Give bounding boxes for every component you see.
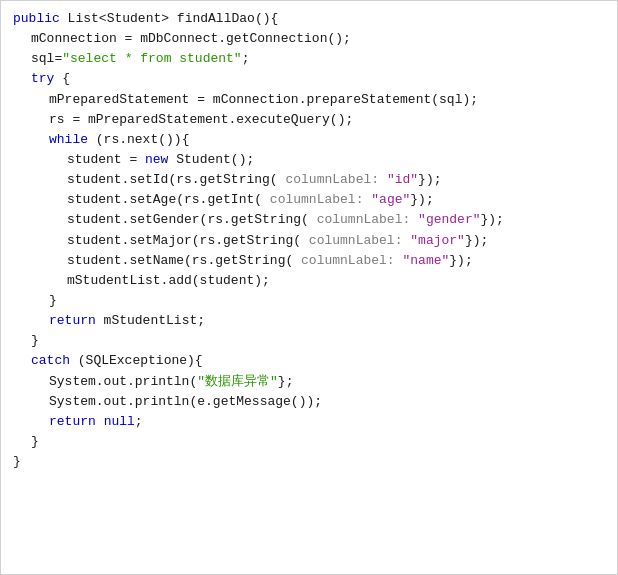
code-token-str: "select * from student"	[62, 49, 241, 69]
code-token-plain: }	[49, 291, 57, 311]
code-token-plain: (){	[255, 9, 278, 29]
code-token-param-label: columnLabel:	[270, 190, 364, 210]
code-token-plain: });	[465, 231, 488, 251]
code-token-plain: };	[278, 372, 294, 392]
code-token-param-label: columnLabel:	[285, 170, 379, 190]
code-token-plain: }	[31, 331, 39, 351]
code-line: mPreparedStatement = mConnection.prepare…	[1, 90, 617, 110]
code-line: return null;	[1, 412, 617, 432]
code-token-kw: new	[145, 150, 168, 170]
code-token-plain: student.setId(rs.getString(	[67, 170, 285, 190]
code-line: System.out.println("数据库异常"};	[1, 372, 617, 392]
code-token-plain	[363, 190, 371, 210]
code-line: }	[1, 452, 617, 472]
code-token-param-val: "major"	[410, 231, 465, 251]
code-token-plain: ;	[135, 412, 143, 432]
code-token-plain: mStudentList.add(student);	[67, 271, 270, 291]
code-token-plain: <	[99, 9, 107, 29]
code-token-plain: >	[161, 9, 177, 29]
code-line: sql="select * from student";	[1, 49, 617, 69]
code-token-kw: return	[49, 311, 96, 331]
code-token-plain: student.setMajor(rs.getString(	[67, 231, 309, 251]
code-token-plain	[96, 412, 104, 432]
code-token-param-label: columnLabel:	[301, 251, 395, 271]
code-token-plain: (SQLExceptione){	[70, 351, 203, 371]
code-line: }	[1, 432, 617, 452]
code-token-param-val: "gender"	[418, 210, 480, 230]
code-line: catch (SQLExceptione){	[1, 351, 617, 371]
code-line: student.setName(rs.getString( columnLabe…	[1, 251, 617, 271]
code-line: student.setMajor(rs.getString( columnLab…	[1, 231, 617, 251]
code-token-plain: rs = mPreparedStatement.executeQuery();	[49, 110, 353, 130]
code-line: mStudentList.add(student);	[1, 271, 617, 291]
code-line: student = new Student();	[1, 150, 617, 170]
code-token-plain	[402, 231, 410, 251]
code-line: }	[1, 291, 617, 311]
code-token-param-val: "name"	[402, 251, 449, 271]
code-line: try {	[1, 69, 617, 89]
code-token-plain: ;	[242, 49, 250, 69]
code-token-plain: mPreparedStatement = mConnection.prepare…	[49, 90, 478, 110]
code-token-plain: System.out.println(	[49, 372, 197, 392]
code-token-type: Student	[107, 9, 162, 29]
code-token-plain: sql=	[31, 49, 62, 69]
code-token-param-val: "id"	[387, 170, 418, 190]
code-token-plain: student.setGender(rs.getString(	[67, 210, 317, 230]
code-token-plain: }	[31, 432, 39, 452]
code-line: rs = mPreparedStatement.executeQuery();	[1, 110, 617, 130]
code-token-plain: Student();	[168, 150, 254, 170]
code-token-plain: (rs.next()){	[88, 130, 189, 150]
code-token-plain: student.setAge(rs.getInt(	[67, 190, 270, 210]
code-token-param-label: columnLabel:	[309, 231, 403, 251]
code-token-plain: });	[418, 170, 441, 190]
code-token-type: List	[68, 9, 99, 29]
code-token-plain: });	[449, 251, 472, 271]
code-line: public List<Student> findAllDao(){	[1, 9, 617, 29]
code-line: mConnection = mDbConnect.getConnection()…	[1, 29, 617, 49]
code-token-plain: student.setName(rs.getString(	[67, 251, 301, 271]
code-token-kw: null	[104, 412, 135, 432]
code-token-plain: System.out.println(e.getMessage());	[49, 392, 322, 412]
code-token-param-val: "age"	[371, 190, 410, 210]
code-token-plain	[410, 210, 418, 230]
code-line: System.out.println(e.getMessage());	[1, 392, 617, 412]
code-line: student.setId(rs.getString( columnLabel:…	[1, 170, 617, 190]
code-token-fn: findAllDao	[177, 9, 255, 29]
code-line: }	[1, 331, 617, 351]
code-token-str: "数据库异常"	[197, 372, 278, 392]
code-token-kw: return	[49, 412, 96, 432]
code-editor: public List<Student> findAllDao(){mConne…	[0, 0, 618, 575]
code-token-plain	[379, 170, 387, 190]
code-token-plain: }	[13, 452, 21, 472]
code-token-kw: catch	[31, 351, 70, 371]
code-token-kw: try	[31, 69, 54, 89]
code-token-plain: mConnection = mDbConnect.getConnection()…	[31, 29, 351, 49]
code-token-plain: {	[54, 69, 70, 89]
code-line: while (rs.next()){	[1, 130, 617, 150]
code-token-plain: });	[410, 190, 433, 210]
code-token-plain: student =	[67, 150, 145, 170]
code-line: return mStudentList;	[1, 311, 617, 331]
code-token-plain	[395, 251, 403, 271]
code-token-kw: while	[49, 130, 88, 150]
code-token-plain: });	[481, 210, 504, 230]
code-line: student.setAge(rs.getInt( columnLabel: "…	[1, 190, 617, 210]
code-line: student.setGender(rs.getString( columnLa…	[1, 210, 617, 230]
code-token-kw: public	[13, 9, 68, 29]
code-token-plain: mStudentList;	[96, 311, 205, 331]
code-token-param-label: columnLabel:	[317, 210, 411, 230]
